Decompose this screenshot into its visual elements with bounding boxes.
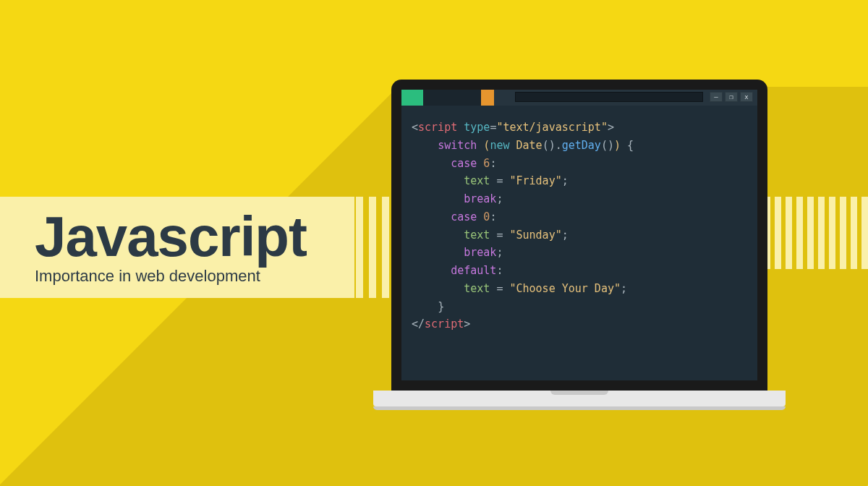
maximize-icon: ❐ [725,92,738,102]
code-token: > [464,317,470,331]
tab-accent [401,90,423,106]
code-token: text [464,229,490,242]
close-icon: x [740,92,753,102]
code-token: () [601,139,614,152]
code-token: = [496,282,503,295]
laptop-illustration: — ❐ x <script type="text/javascript"> sw… [391,80,767,406]
code-token: "Friday" [509,174,561,187]
code-token: : [496,264,503,277]
address-field [515,92,703,102]
minimize-icon: — [710,92,723,102]
code-token: getDay [562,139,601,152]
code-token: </ [412,317,425,331]
code-token: new [490,139,509,152]
code-token: case [451,157,477,170]
window-controls: — ❐ x [515,92,753,102]
code-token: : [490,210,496,223]
page-subtitle: Importance in web development [35,267,354,286]
code-token: script [425,317,464,331]
title-band: Javascript Importance in web development [0,197,354,298]
code-token: ; [621,282,627,295]
code-block: <script type="text/javascript"> switch (… [401,106,757,333]
code-token: "Choose Your Day" [509,282,621,295]
code-token: Date [516,139,542,152]
code-token: ; [496,192,503,205]
laptop-bezel: — ❐ x <script type="text/javascript"> sw… [391,80,767,391]
code-token: < [412,121,418,134]
code-token: "text/javascript" [496,121,608,134]
code-token: break [464,192,496,205]
code-token: ) [614,139,621,152]
code-token: = [496,229,503,242]
code-token: > [608,121,614,134]
laptop-base [373,391,786,406]
code-editor-screen: — ❐ x <script type="text/javascript"> sw… [401,90,757,380]
code-token: default [451,264,496,277]
code-token: script [418,121,457,134]
code-token: { [627,139,634,152]
decorative-bars-right [764,197,868,269]
decorative-bars-left [356,197,389,298]
code-token: switch [438,139,477,152]
code-token: case [451,210,477,223]
code-token: : [490,157,496,170]
tab-active [423,90,481,106]
code-token: ; [562,229,569,242]
code-token: (). [542,139,562,152]
code-token: type [464,121,490,134]
code-token: } [438,300,444,313]
code-token: ; [496,246,503,259]
code-token: break [464,246,496,259]
code-token: text [464,282,490,295]
code-token: text [464,174,490,187]
tab-accent-orange [481,90,494,106]
code-token: ; [562,174,569,187]
laptop-notch [550,391,608,395]
page-title: Javascript [35,210,354,263]
code-token: = [496,174,503,187]
code-token: "Sunday" [509,229,561,242]
editor-tabbar: — ❐ x [401,90,757,106]
